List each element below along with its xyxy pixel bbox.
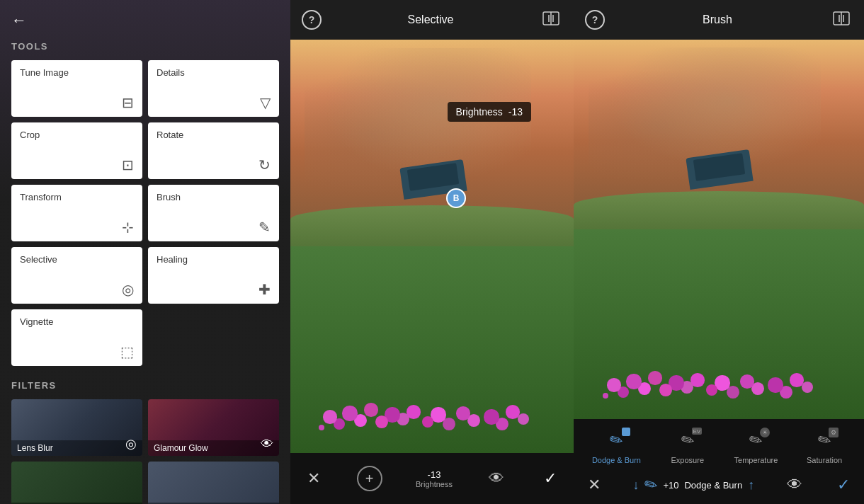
selective-icon: ◎ [122, 281, 134, 298]
details-icon: ▽ [260, 94, 271, 111]
tool-card-rotate[interactable]: Rotate ↻ [148, 122, 279, 179]
right-up-arrow[interactable]: ↑ [748, 478, 754, 493]
back-icon: ← [11, 11, 27, 30]
vignette-icon: ⬚ [120, 343, 134, 360]
glamour-glow-icon: 👁 [261, 437, 273, 452]
right-down-arrow[interactable]: ↓ [632, 478, 639, 493]
right-dodge-burn-value: +10 [663, 480, 678, 491]
exposure-icon-wrap: ✎ EV [673, 428, 702, 453]
tool-card-crop[interactable]: Crop ⊡ [11, 122, 142, 179]
tools-section-title: TOOLS [11, 41, 279, 52]
center-eye-button[interactable]: 👁 [486, 466, 507, 491]
brush-tools-bar: ✎ Dodge & Burn ✎ EV Exposure ✎ ☀ Tempera… [574, 419, 864, 504]
filter-tonal-contrast[interactable]: Tonal Contrast [11, 462, 142, 504]
brush-tool-temperature[interactable]: ✎ ☀ Temperature [734, 428, 778, 464]
tool-card-vignette[interactable]: Vignette ⬚ [11, 309, 142, 366]
tool-card-brush[interactable]: Brush ✎ [148, 185, 279, 241]
details-label: Details [157, 67, 271, 78]
vignette-label: Vignette [20, 316, 134, 327]
tune-image-label: Tune Image [20, 67, 134, 78]
brush-tools-row: ✎ Dodge & Burn ✎ EV Exposure ✎ ☀ Tempera… [574, 419, 864, 467]
exposure-badge: EV [692, 428, 702, 435]
healing-label: Healing [157, 254, 271, 265]
tool-card-transform[interactable]: Transform ⊹ [11, 185, 142, 241]
brush-tool-dodge-burn[interactable]: ✎ Dodge & Burn [592, 428, 641, 464]
right-image-area [574, 40, 864, 419]
crop-label: Crop [20, 130, 134, 140]
center-brightness-value: -13 [428, 469, 441, 480]
filter-lens-blur[interactable]: Lens Blur ◎ [11, 399, 142, 456]
saturation-icon-wrap: ✎ ⚙ [810, 428, 839, 453]
dodge-burn-label: Dodge & Burn [592, 456, 641, 464]
center-confirm-button[interactable]: ✓ [541, 466, 559, 491]
tool-card-selective[interactable]: Selective ◎ [11, 247, 142, 304]
brightness-tooltip-value: -13 [508, 106, 523, 118]
center-help-icon[interactable]: ? [302, 10, 322, 30]
right-bottom-bar: ✕ ↓ ✎ +10 Dodge & Burn ↑ 👁 ✓ [574, 467, 864, 504]
right-value-row: ↓ ✎ +10 Dodge & Burn ↑ [632, 476, 754, 494]
saturation-label: Saturation [807, 456, 842, 464]
right-confirm-button[interactable]: ✓ [834, 473, 853, 497]
brightness-tooltip: Brightness -13 [448, 102, 531, 122]
transform-icon: ⊹ [122, 219, 134, 236]
right-help-icon[interactable]: ? [585, 10, 605, 30]
brush-tool-exposure[interactable]: ✎ EV Exposure [666, 428, 709, 464]
center-panel: ? Selective [290, 0, 574, 504]
brush-tool-saturation[interactable]: ✎ ⚙ Saturation [803, 428, 846, 464]
tools-grid: Tune Image ⊟ Details ▽ Crop ⊡ Rotate ↻ T… [11, 60, 279, 366]
center-brightness-label: Brightness [416, 480, 453, 488]
right-cancel-button[interactable]: ✕ [585, 473, 603, 497]
center-title: Selective [322, 13, 540, 26]
transform-label: Transform [20, 192, 134, 202]
dodge-burn-icon-wrap: ✎ [602, 428, 630, 453]
center-image-area[interactable]: Brightness -13 B [290, 40, 574, 453]
brush-label: Brush [157, 192, 271, 202]
center-header: ? Selective [290, 0, 574, 40]
tool-card-tune-image[interactable]: Tune Image ⊟ [11, 60, 142, 117]
temperature-badge: ☀ [760, 428, 770, 437]
center-compare-icon[interactable] [540, 11, 562, 29]
center-photo [290, 40, 574, 453]
filters-grid: Lens Blur ◎ Glamour Glow 👁 Tonal Contras… [11, 399, 279, 504]
selective-label: Selective [20, 254, 134, 265]
tool-card-healing[interactable]: Healing ✚ [148, 247, 279, 304]
center-value-display: -13 Brightness [416, 469, 453, 488]
tool-card-details[interactable]: Details ▽ [148, 60, 279, 117]
lens-blur-icon: ◎ [125, 436, 137, 452]
filter-glamour-glow[interactable]: Glamour Glow 👁 [148, 399, 279, 456]
right-header: ? Brush [574, 0, 864, 40]
right-eye-button[interactable]: 👁 [784, 473, 805, 497]
center-bottom-bar: ✕ + -13 Brightness 👁 ✓ [290, 453, 574, 504]
healing-icon: ✚ [258, 281, 271, 298]
rotate-icon: ↻ [258, 156, 271, 173]
dodge-burn-badge [622, 428, 630, 436]
brightness-tooltip-label: Brightness [456, 106, 503, 118]
center-add-button[interactable]: + [357, 466, 382, 491]
tune-image-icon: ⊟ [122, 94, 134, 111]
right-active-brush-icon: ✎ [641, 474, 661, 496]
saturation-badge: ⚙ [829, 428, 839, 437]
right-panel: ? Brush [574, 0, 864, 504]
left-panel: ← TOOLS Tune Image ⊟ Details ▽ Crop ⊡ Ro… [0, 0, 290, 504]
glamour-glow-label: Glamour Glow [148, 440, 279, 456]
lens-blur-label: Lens Blur [11, 440, 142, 456]
right-photo [574, 40, 864, 419]
exposure-label: Exposure [671, 456, 704, 464]
right-dodge-burn-label: Dodge & Burn [684, 480, 742, 491]
filters-section-title: FILTERS [11, 380, 279, 391]
brush-icon: ✎ [258, 219, 271, 236]
center-cancel-button[interactable]: ✕ [305, 466, 323, 491]
temperature-label: Temperature [734, 456, 778, 464]
crop-icon: ⊡ [122, 156, 134, 173]
temperature-icon-wrap: ✎ ☀ [741, 428, 770, 453]
point-marker-label: B [453, 193, 460, 203]
back-button[interactable]: ← [11, 11, 27, 30]
rotate-label: Rotate [157, 130, 271, 140]
right-compare-icon[interactable] [830, 11, 853, 29]
right-title: Brush [605, 13, 830, 26]
filter-hdr-scape[interactable]: HDR Scape [148, 462, 279, 504]
